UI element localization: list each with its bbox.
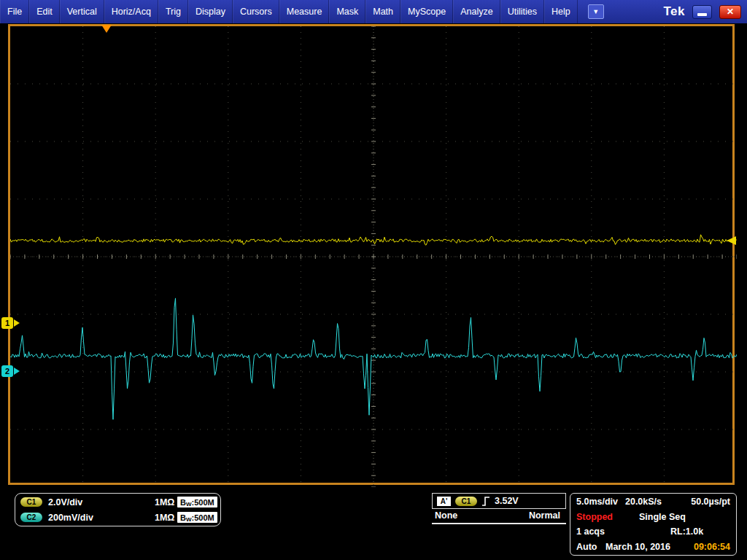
rising-edge-icon [481,496,490,507]
menu-item-display[interactable]: Display [188,0,233,23]
channel1-scale: 2.0V/div [48,497,155,508]
trigger-mode-label: Normal [529,510,560,521]
timebase-scale: 5.0ms/div [576,497,618,507]
menu-item-edit[interactable]: Edit [29,0,60,23]
trigger-level-marker[interactable] [727,236,736,245]
resolution: 50.0µs/pt [691,497,730,507]
channel1-readout-row[interactable]: C1 2.0V/div 1MΩ BW:500M [15,495,220,510]
channel1-marker-arrow-icon [14,319,20,327]
time-label: 09:06:54 [694,542,730,552]
channel1-reference-marker[interactable]: 1 [1,317,13,329]
menu-dropdown-button[interactable]: ▼ [588,4,604,19]
menu-item-measure[interactable]: Measure [279,0,330,23]
menu-item-trig[interactable]: Trig [158,0,188,23]
acquisition-count: 1 acqs [576,526,670,537]
menu-item-cursors[interactable]: Cursors [233,0,279,23]
trigger-level-value: 3.52V [495,496,519,506]
datetime-row: Auto March 10, 2016 09:06:54 [576,542,730,552]
trigger-position-marker[interactable] [101,25,112,33]
acquisition-state: Stopped [576,512,639,522]
date-label: March 10, 2016 [605,542,670,552]
trigger-readout: A' C1 3.52V None Normal [432,493,566,524]
channel2-reference-marker[interactable]: 2 [1,365,13,377]
close-icon: ✕ [727,7,734,17]
menu-item-file[interactable]: File [0,0,29,23]
timebase-row: 5.0ms/div 20.0kS/s 50.0µs/pt [576,497,730,507]
record-length: RL:1.0k [670,526,703,537]
trigger-labels-row: None Normal [432,509,566,524]
bw-prefix: B [180,498,186,507]
menu-item-vertical[interactable]: Vertical [60,0,104,23]
acq-state-row: Stopped Single Seq [576,512,730,522]
menu-item-utilities[interactable]: Utilities [500,0,544,23]
bw-subscript: W [186,501,192,508]
channel1-impedance: 1MΩ [155,497,177,508]
menu-bar: File Edit Vertical Horiz/Acq Trig Displa… [0,0,747,23]
channel2-marker-arrow-icon [14,368,20,375]
channel-readout-box: C1 2.0V/div 1MΩ BW:500M C2 200mV/div 1MΩ… [15,493,221,526]
trigger-mode-auto: Auto [576,542,605,552]
trigger-holdoff-label: None [435,510,457,521]
acquisition-readout-box: 5.0ms/div 20.0kS/s 50.0µs/pt Stopped Sin… [570,493,737,556]
sample-rate: 20.0kS/s [625,497,662,507]
acq-count-row: 1 acqs RL:1.0k [576,526,730,537]
trigger-source-badge: C1 [455,497,477,506]
close-button[interactable]: ✕ [719,5,741,19]
channel2-badge: C2 [20,513,42,522]
bw-subscript: W [186,516,192,523]
menu-item-horiz-acq[interactable]: Horiz/Acq [104,0,158,23]
tek-logo: Tek [663,4,685,19]
bw-prefix: B [180,513,186,522]
trigger-source-box[interactable]: A' C1 3.52V [432,493,566,509]
minimize-button[interactable] [692,5,712,19]
trigger-aux-badge: A' [437,497,451,506]
menu-item-mask[interactable]: Mask [329,0,365,23]
waveform-display [8,24,735,485]
channel2-impedance: 1MΩ [155,513,177,523]
bw-value: :500M [192,498,214,507]
channel1-badge: C1 [20,497,42,507]
bw-value: :500M [192,513,214,522]
sequence-mode: Single Seq [639,512,686,522]
channel2-bandwidth-chip: BW:500M [177,512,217,523]
menu-item-math[interactable]: Math [365,0,400,23]
graticule-svg [10,26,737,487]
channel1-bandwidth-chip: BW:500M [177,497,217,508]
chevron-down-icon: ▼ [592,8,599,15]
menu-item-myscope[interactable]: MyScope [400,0,453,23]
channel2-readout-row[interactable]: C2 200mV/div 1MΩ BW:500M [15,510,220,525]
channel2-scale: 200mV/div [48,513,155,523]
menu-item-help[interactable]: Help [544,0,578,23]
menu-item-analyze[interactable]: Analyze [453,0,500,23]
window-controls: Tek ✕ [663,0,747,23]
